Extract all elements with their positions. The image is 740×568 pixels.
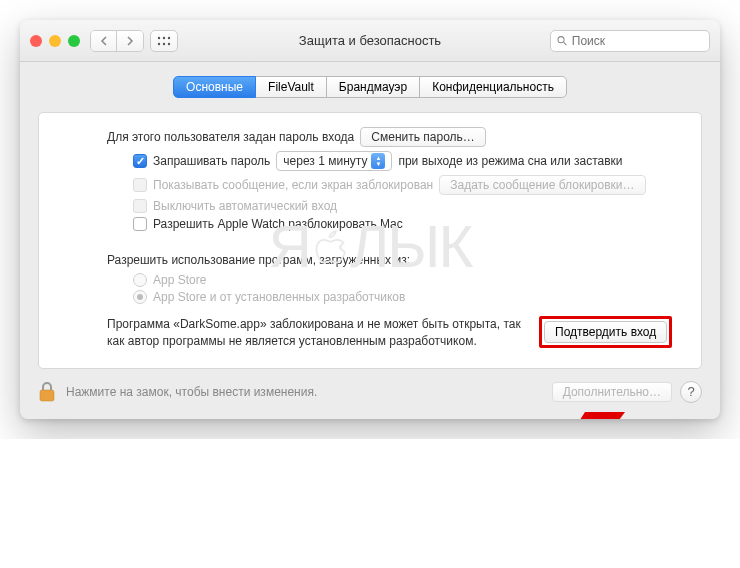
require-password-delay-value: через 1 минуту — [283, 154, 367, 168]
svg-point-1 — [163, 36, 165, 38]
footer: Нажмите на замок, чтобы внести изменения… — [20, 369, 720, 419]
grid-icon — [157, 36, 171, 46]
radio-identified-row: App Store и от установленных разработчик… — [133, 290, 685, 304]
change-password-button[interactable]: Сменить пароль… — [360, 127, 486, 147]
traffic-lights — [30, 35, 80, 47]
svg-point-2 — [168, 36, 170, 38]
svg-point-0 — [158, 36, 160, 38]
chevron-right-icon — [126, 36, 134, 46]
allow-apple-watch-label: Разрешить Apple Watch разблокировать Mac — [153, 217, 403, 231]
show-message-checkbox — [133, 178, 147, 192]
svg-rect-9 — [40, 390, 54, 401]
disable-auto-login-row: Выключить автоматический вход — [133, 199, 685, 213]
radio-identified-label: App Store и от установленных разработчик… — [153, 290, 405, 304]
tab-general[interactable]: Основные — [173, 76, 256, 98]
radio-identified — [133, 290, 147, 304]
svg-point-4 — [163, 42, 165, 44]
set-lock-message-button: Задать сообщение блокировки… — [439, 175, 645, 195]
svg-point-3 — [158, 42, 160, 44]
show-all-button[interactable] — [150, 30, 178, 52]
forward-button[interactable] — [117, 31, 143, 51]
minimize-window-button[interactable] — [49, 35, 61, 47]
require-password-label: Запрашивать пароль — [153, 154, 270, 168]
footer-right: Дополнительно… ? — [552, 381, 702, 403]
help-button[interactable]: ? — [680, 381, 702, 403]
titlebar: Защита и безопасность — [20, 20, 720, 62]
confirm-open-button[interactable]: Подтвердить вход — [544, 321, 667, 343]
lock-hint-text: Нажмите на замок, чтобы внести изменения… — [66, 385, 317, 399]
preferences-window: Защита и безопасность Основные FileVault… — [20, 20, 720, 419]
tab-filevault[interactable]: FileVault — [255, 76, 327, 98]
stepper-arrows-icon: ▲▼ — [371, 153, 385, 169]
nav-buttons — [90, 30, 144, 52]
show-message-label: Показывать сообщение, если экран заблоки… — [153, 178, 433, 192]
search-icon — [557, 35, 568, 47]
radio-appstore — [133, 273, 147, 287]
svg-point-6 — [558, 36, 564, 42]
window-title: Защита и безопасность — [299, 33, 441, 48]
blocked-app-message: Программа «DarkSome.app» заблокирована и… — [107, 316, 527, 350]
radio-appstore-label: App Store — [153, 273, 206, 287]
lock-icon — [38, 381, 56, 403]
tab-privacy[interactable]: Конфиденциальность — [419, 76, 567, 98]
tabs: Основные FileVault Брандмауэр Конфиденци… — [38, 76, 702, 98]
disable-auto-login-checkbox — [133, 199, 147, 213]
download-section-heading: Разрешить использование программ, загруж… — [107, 253, 685, 267]
tab-firewall[interactable]: Брандмауэр — [326, 76, 420, 98]
show-message-row: Показывать сообщение, если экран заблоки… — [133, 175, 685, 195]
password-row: Для этого пользователя задан пароль вход… — [107, 127, 685, 147]
require-password-checkbox[interactable] — [133, 154, 147, 168]
advanced-button[interactable]: Дополнительно… — [552, 382, 672, 402]
allow-apple-watch-checkbox[interactable] — [133, 217, 147, 231]
radio-appstore-row: App Store — [133, 273, 685, 287]
highlight-annotation: Подтвердить вход — [539, 316, 672, 348]
chevron-left-icon — [100, 36, 108, 46]
search-input[interactable] — [572, 34, 703, 48]
svg-point-5 — [168, 42, 170, 44]
blocked-app-row: Программа «DarkSome.app» заблокирована и… — [107, 316, 677, 350]
lock-button[interactable] — [38, 381, 56, 403]
svg-line-7 — [564, 42, 567, 45]
password-set-label: Для этого пользователя задан пароль вход… — [107, 130, 354, 144]
disable-auto-login-label: Выключить автоматический вход — [153, 199, 337, 213]
close-window-button[interactable] — [30, 35, 42, 47]
search-field[interactable] — [550, 30, 710, 52]
general-panel: Я ЛЫК Для этого пользователя задан парол… — [38, 112, 702, 369]
back-button[interactable] — [91, 31, 117, 51]
require-password-suffix: при выходе из режима сна или заставки — [398, 154, 622, 168]
apple-watch-row: Разрешить Apple Watch разблокировать Mac — [133, 217, 685, 231]
require-password-row: Запрашивать пароль через 1 минуту ▲▼ при… — [133, 151, 685, 171]
content: Основные FileVault Брандмауэр Конфиденци… — [20, 62, 720, 369]
zoom-window-button[interactable] — [68, 35, 80, 47]
require-password-delay-select[interactable]: через 1 минуту ▲▼ — [276, 151, 392, 171]
